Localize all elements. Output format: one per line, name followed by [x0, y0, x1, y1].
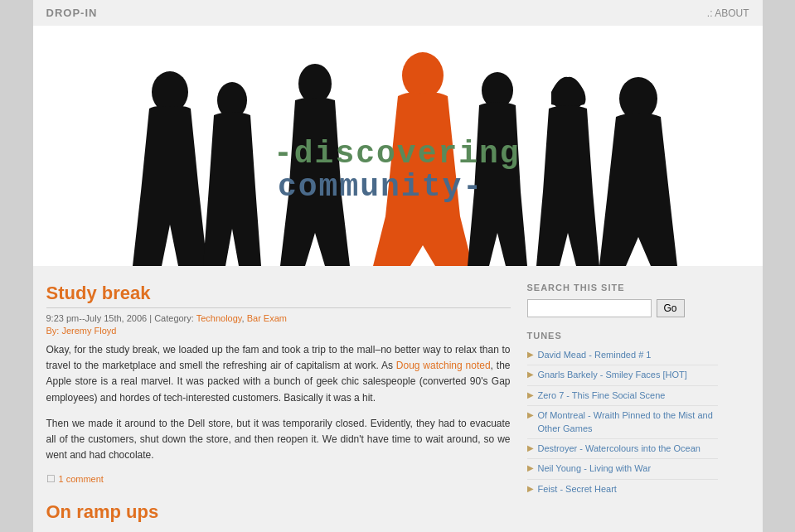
content-area: Study break 9:23 pm--July 15th, 2006 | C…	[33, 266, 763, 532]
tunes-section: TUNES ▶David Mead - Reminded # 1▶Gnarls …	[527, 331, 718, 499]
tune-item[interactable]: ▶Zero 7 - This Fine Social Scene	[527, 386, 718, 406]
tune-link[interactable]: Zero 7 - This Fine Social Scene	[538, 389, 666, 402]
site-logo: DROP-IN	[46, 7, 98, 19]
tune-link[interactable]: Neil Young - Living with War	[538, 462, 652, 475]
search-button[interactable]: Go	[657, 299, 685, 317]
post-1-author: By: Jeremy Floyd	[46, 326, 511, 336]
sidebar: SEARCH THIS SITE Go TUNES ▶David Mead - …	[527, 283, 718, 523]
tune-item[interactable]: ▶Feist - Secret Heart	[527, 480, 718, 499]
tune-item[interactable]: ▶David Mead - Reminded # 1	[527, 346, 718, 365]
tune-link[interactable]: Of Montreal - Wraith Pinned to the Mist …	[538, 409, 718, 435]
tune-icon: ▶	[527, 443, 534, 452]
page-wrapper: DROP-IN .: ABOUT	[33, 0, 763, 532]
comment-icon: ☐	[46, 473, 56, 485]
post-1-title[interactable]: Study break	[46, 283, 511, 304]
tune-item[interactable]: ▶Destroyer - Watercolours into the Ocean	[527, 439, 718, 459]
post-2-title[interactable]: On ramp ups	[46, 501, 511, 523]
tune-icon: ▶	[527, 463, 534, 472]
tune-icon: ▶	[527, 484, 534, 493]
post-2: On ramp ups	[46, 501, 511, 523]
about-link[interactable]: .: ABOUT	[707, 7, 749, 19]
svg-point-4	[402, 52, 444, 99]
post-1-body: Okay, for the study break, we loaded up …	[46, 342, 511, 406]
post-divider	[46, 307, 511, 308]
tunes-title: TUNES	[527, 331, 718, 341]
tune-link[interactable]: David Mead - Reminded # 1	[538, 349, 652, 361]
post-1: Study break 9:23 pm--July 15th, 2006 | C…	[46, 283, 511, 485]
tune-link[interactable]: Gnarls Barkely - Smiley Faces [HOT]	[538, 369, 687, 381]
category-bar-exam[interactable]: Bar Exam	[247, 313, 287, 323]
tune-link[interactable]: Feist - Secret Heart	[538, 483, 617, 496]
tune-icon: ▶	[527, 390, 534, 399]
hero-banner: -discovering community-	[33, 26, 763, 266]
search-input[interactable]	[527, 299, 652, 317]
post-1-body-2: Then we made it around to the Dell store…	[46, 416, 511, 464]
svg-point-3	[298, 64, 332, 104]
comment-link[interactable]: 1 comment	[59, 474, 104, 484]
category-technology[interactable]: Technology	[196, 313, 242, 323]
tune-item[interactable]: ▶Gnarls Barkely - Smiley Faces [HOT]	[527, 365, 718, 385]
svg-point-7	[619, 77, 657, 120]
svg-text:-discovering: -discovering	[274, 136, 521, 172]
tune-item[interactable]: ▶Of Montreal - Wraith Pinned to the Mist…	[527, 406, 718, 439]
tune-link[interactable]: Destroyer - Watercolours into the Ocean	[538, 443, 700, 455]
tune-icon: ▶	[527, 410, 534, 419]
tunes-list: ▶David Mead - Reminded # 1▶Gnarls Barkel…	[527, 346, 718, 499]
post-1-comment: ☐ 1 comment	[46, 473, 511, 485]
tune-icon: ▶	[527, 350, 534, 359]
main-content: Study break 9:23 pm--July 15th, 2006 | C…	[46, 283, 511, 523]
tune-item[interactable]: ▶Neil Young - Living with War	[527, 459, 718, 479]
post-1-meta: 9:23 pm--July 15th, 2006 | Category: Tec…	[46, 313, 511, 323]
search-bar: Go	[527, 299, 718, 317]
header: DROP-IN .: ABOUT	[33, 0, 763, 26]
search-section-title: SEARCH THIS SITE	[527, 283, 718, 293]
svg-text:community-: community-	[278, 169, 483, 205]
tune-icon: ▶	[527, 370, 534, 379]
doug-watching-link[interactable]: Doug watching noted	[396, 360, 491, 371]
